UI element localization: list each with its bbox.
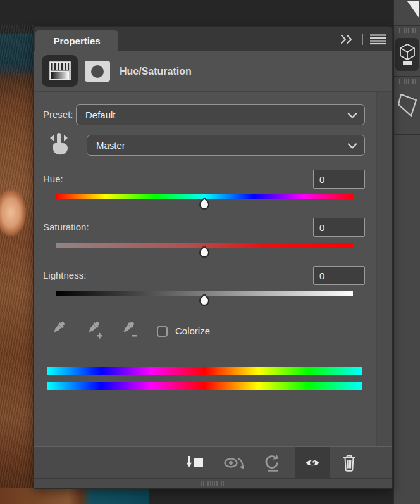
reset-undo-icon [262, 453, 281, 472]
hue-slider-thumb[interactable] [197, 198, 212, 212]
hue-label: Hue: [43, 173, 63, 185]
dock-divider [394, 134, 420, 135]
distort-panel-button[interactable] [394, 87, 420, 123]
panel-menu-icon[interactable] [369, 34, 387, 45]
clip-to-layer-icon [185, 455, 206, 470]
document-canvas-photo-bottom[interactable] [0, 488, 149, 504]
lightness-slider-thumb[interactable] [197, 294, 212, 308]
dock-grip[interactable] [394, 79, 420, 82]
tab-properties[interactable]: Properties [35, 30, 118, 51]
collapse-panel-icon[interactable] [340, 34, 355, 44]
hue-saturation-adjustment-icon [49, 61, 71, 80]
distort-shape-icon [397, 92, 418, 118]
eye-previous-state-icon [223, 454, 247, 472]
chevron-down-icon [347, 113, 357, 118]
document-canvas-photo[interactable] [0, 25, 34, 504]
saturation-slider-track[interactable] [56, 243, 353, 248]
hue-value-input[interactable] [313, 170, 365, 189]
cube-icon [398, 43, 417, 66]
layer-mask-button[interactable] [85, 61, 110, 82]
preset-value: Default [85, 110, 116, 120]
eye-icon [305, 458, 320, 468]
layer-mask-icon [91, 65, 104, 78]
colorize-checkbox[interactable] [157, 326, 168, 337]
clip-to-layer-button[interactable] [185, 447, 206, 479]
photoshop-workspace: Properties [0, 0, 420, 504]
view-previous-state-button[interactable] [223, 447, 248, 479]
eyedropper-icon[interactable] [50, 320, 69, 339]
spectrum-bar-after[interactable] [47, 382, 362, 390]
toggle-visibility-button[interactable] [295, 447, 330, 479]
panel-icon-dock [393, 0, 420, 504]
eyedropper-minus-icon[interactable] [120, 320, 139, 339]
hue-slider-track[interactable] [56, 194, 353, 199]
lightness-label: Lightness: [43, 270, 86, 281]
properties-3d-panel-button[interactable] [395, 38, 419, 71]
panel-flyout-triangle-icon [406, 1, 420, 19]
dock-divider [394, 76, 420, 77]
header-divider [362, 34, 363, 45]
channel-value: Master [96, 140, 125, 151]
preset-dropdown[interactable]: Default [76, 104, 365, 125]
trash-icon [341, 453, 357, 472]
eyedropper-plus-icon[interactable] [85, 320, 104, 339]
panel-footer [34, 478, 392, 488]
panel-header: Properties [34, 27, 392, 51]
hue-saturation-adjustment-button[interactable] [42, 55, 78, 87]
panel-resize-grip[interactable] [201, 481, 225, 486]
reset-adjustment-button[interactable] [262, 447, 281, 479]
panel-toolbar [34, 446, 392, 478]
saturation-slider-thumb[interactable] [197, 246, 212, 260]
colorize-label: Colorize [175, 325, 210, 336]
delete-adjustment-button[interactable] [340, 447, 358, 479]
lightness-value-input[interactable] [313, 266, 365, 285]
lightness-slider-track[interactable] [56, 291, 353, 296]
targeted-adjustment-tool-icon[interactable] [46, 132, 71, 160]
adjustment-title: Hue/Saturation [120, 51, 192, 91]
scroll-gutter [376, 92, 392, 446]
panel-body: Hue/Saturation Preset: Default [34, 51, 392, 488]
saturation-value-input[interactable] [313, 218, 365, 237]
chevron-down-icon [347, 143, 357, 149]
properties-panel: Properties [34, 27, 392, 488]
saturation-label: Saturation: [43, 222, 89, 233]
preset-label: Preset: [43, 109, 73, 120]
tab-label: Properties [53, 35, 100, 46]
dock-section-top [394, 0, 420, 25]
dock-grip[interactable] [394, 28, 420, 31]
channel-dropdown[interactable]: Master [87, 135, 365, 156]
adjustment-header: Hue/Saturation [34, 51, 392, 92]
dock-divider [394, 25, 420, 26]
spectrum-bar-before [47, 367, 362, 375]
